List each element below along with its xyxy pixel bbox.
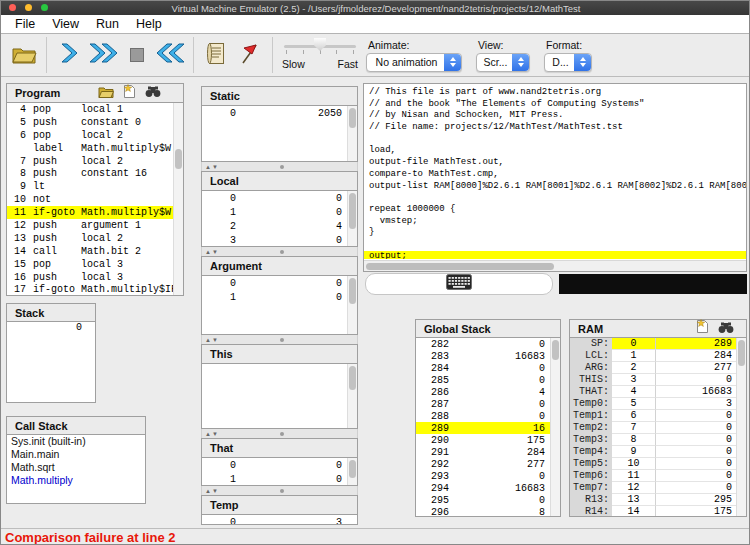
program-row[interactable]: 11 if-goto Math.multiply$W... bbox=[7, 206, 183, 219]
splitter-collapse-icon[interactable]: ▲▼ bbox=[202, 337, 219, 343]
program-row[interactable]: label Math.multiply$W... bbox=[7, 142, 183, 155]
ram-row[interactable]: LCL: 1 284 bbox=[570, 350, 746, 362]
ram-row[interactable]: Temp0: 5 3 bbox=[570, 398, 746, 410]
format-select[interactable]: D... bbox=[544, 53, 592, 72]
ram-row[interactable]: THIS: 3 0 bbox=[570, 374, 746, 386]
call-stack-item[interactable]: Sys.init (built-in) bbox=[7, 435, 145, 448]
ram-row[interactable]: Temp4: 9 0 bbox=[570, 446, 746, 458]
script-line[interactable] bbox=[364, 239, 746, 251]
global-stack-row[interactable]: 285 0 bbox=[416, 374, 560, 386]
program-row[interactable]: 7 push local 2 bbox=[7, 155, 183, 168]
scrollbar-thumb[interactable] bbox=[349, 278, 356, 304]
script-line[interactable]: compare-to MathTest.cmp, bbox=[364, 169, 746, 181]
global-stack-row[interactable]: 284 0 bbox=[416, 362, 560, 374]
script-line[interactable]: // This file is part of www.nand2tetris.… bbox=[364, 87, 746, 99]
call-stack-item[interactable]: Math.sqrt bbox=[7, 461, 145, 474]
ram-row[interactable]: R13: 13 295 bbox=[570, 494, 746, 506]
argument-scrollbar[interactable] bbox=[347, 276, 357, 334]
ram-row-value[interactable]: 3 bbox=[656, 398, 746, 410]
menu-help[interactable]: Help bbox=[136, 17, 162, 31]
single-step-button[interactable] bbox=[52, 38, 86, 72]
ram-row[interactable]: Temp7: 12 0 bbox=[570, 482, 746, 494]
global-stack-row[interactable]: 292 277 bbox=[416, 458, 560, 470]
splitter-collapse-icon[interactable]: ▲▼ bbox=[202, 164, 219, 170]
keyboard-input-field[interactable] bbox=[365, 273, 553, 295]
ram-row-value[interactable]: 0 bbox=[656, 458, 746, 470]
global-stack-row[interactable]: 290 175 bbox=[416, 434, 560, 446]
global-stack-row[interactable]: 289 16 bbox=[416, 422, 560, 434]
program-row[interactable]: 8 push constant 16 bbox=[7, 167, 183, 180]
global-stack-row[interactable]: 295 0 bbox=[416, 494, 560, 506]
script-line[interactable]: repeat 1000000 { bbox=[364, 204, 746, 216]
scrollbar-thumb[interactable] bbox=[366, 263, 554, 270]
program-row[interactable]: 12 push argument 1 bbox=[7, 219, 183, 232]
memory-row[interactable]: 3 0 bbox=[202, 233, 357, 246]
local-scrollbar[interactable] bbox=[347, 191, 357, 246]
global-stack-row[interactable]: 287 0 bbox=[416, 398, 560, 410]
script-line[interactable]: output-list RAM[8000]%D2.6.1 RAM[8001]%D… bbox=[364, 181, 746, 193]
global-stack-row[interactable]: 282 0 bbox=[416, 338, 560, 350]
script-line[interactable]: // File name: projects/12/MathTest/MathT… bbox=[364, 122, 746, 134]
program-row[interactable]: 9 lt bbox=[7, 180, 183, 193]
close-button[interactable] bbox=[9, 4, 16, 11]
script-line[interactable]: output-file MathTest.out, bbox=[364, 157, 746, 169]
scrollbar-thumb[interactable] bbox=[552, 340, 559, 360]
zoom-button[interactable] bbox=[41, 4, 48, 11]
global-stack-scrollbar[interactable] bbox=[550, 338, 560, 516]
memory-row[interactable]: 0 0 bbox=[202, 191, 357, 205]
call-stack-item[interactable]: Math.multiply bbox=[7, 474, 145, 487]
global-stack-row[interactable]: 283 16683 bbox=[416, 350, 560, 362]
ram-scrollbar[interactable] bbox=[736, 338, 746, 516]
program-row[interactable]: 14 call Math.bit 2 bbox=[7, 245, 183, 258]
that-scrollbar[interactable] bbox=[347, 458, 357, 485]
splitter-collapse-icon[interactable]: ▲▼ bbox=[202, 431, 219, 437]
script-button[interactable] bbox=[199, 38, 233, 72]
memory-row[interactable]: 1 0 bbox=[202, 205, 357, 219]
script-hscrollbar[interactable] bbox=[364, 260, 746, 271]
memory-row[interactable]: 0 2050 bbox=[202, 106, 357, 120]
memory-row[interactable]: 0 0 bbox=[202, 276, 357, 290]
global-stack-row[interactable]: 296 8 bbox=[416, 506, 560, 516]
script-line[interactable]: output; bbox=[364, 251, 746, 259]
global-stack-row[interactable]: 294 16683 bbox=[416, 482, 560, 494]
ram-row-value[interactable]: 16683 bbox=[656, 386, 746, 398]
script-line[interactable]: // and the book "The Elements of Computi… bbox=[364, 99, 746, 111]
open-folder-icon[interactable] bbox=[98, 84, 114, 102]
new-document-icon[interactable] bbox=[123, 84, 136, 103]
ram-row[interactable]: ARG: 2 277 bbox=[570, 362, 746, 374]
splitter-collapse-icon[interactable]: ▲▼ bbox=[202, 249, 219, 255]
ram-row-value[interactable]: 284 bbox=[656, 350, 746, 362]
ram-row-value[interactable]: 0 bbox=[656, 446, 746, 458]
script-line[interactable]: vmstep; bbox=[364, 216, 746, 228]
ram-row-value[interactable]: 0 bbox=[656, 434, 746, 446]
ram-row[interactable]: R14: 14 175 bbox=[570, 506, 746, 516]
stop-button[interactable] bbox=[120, 38, 154, 72]
script-line[interactable]: // by Nisan and Schocken, MIT Press. bbox=[364, 110, 746, 122]
splitter-collapse-icon[interactable]: ▲▼ bbox=[202, 488, 219, 494]
ram-row-value[interactable]: 0 bbox=[656, 374, 746, 386]
scrollbar-thumb[interactable] bbox=[175, 149, 182, 169]
global-stack-row[interactable]: 291 284 bbox=[416, 446, 560, 458]
minimize-button[interactable] bbox=[25, 4, 32, 11]
ram-row-value[interactable]: 289 bbox=[656, 338, 746, 350]
ram-row[interactable]: Temp5: 10 0 bbox=[570, 458, 746, 470]
program-row[interactable]: 10 not bbox=[7, 193, 183, 206]
program-row[interactable]: 15 pop local 3 bbox=[7, 258, 183, 271]
ram-row-value[interactable]: 175 bbox=[656, 506, 746, 516]
this-scrollbar[interactable] bbox=[347, 364, 357, 428]
ram-row[interactable]: Temp6: 11 0 bbox=[570, 470, 746, 482]
script-line[interactable]: } bbox=[364, 227, 746, 239]
ram-row-value[interactable]: 0 bbox=[656, 482, 746, 494]
static-scrollbar[interactable] bbox=[347, 106, 357, 161]
panel-splitter[interactable]: ▲▼ bbox=[201, 429, 358, 438]
ram-row-value[interactable]: 295 bbox=[656, 494, 746, 506]
panel-splitter[interactable]: ▲▼ bbox=[201, 247, 358, 256]
panel-splitter[interactable]: ▲▼ bbox=[201, 486, 358, 495]
memory-row[interactable]: 0 0 bbox=[202, 458, 357, 472]
search-binoculars-icon[interactable] bbox=[718, 320, 734, 338]
memory-row[interactable]: 1 0 bbox=[202, 472, 357, 485]
ram-row[interactable]: Temp1: 6 0 bbox=[570, 410, 746, 422]
menu-view[interactable]: View bbox=[52, 17, 79, 31]
script-line[interactable]: load, bbox=[364, 145, 746, 157]
memory-row[interactable]: 2 4 bbox=[202, 219, 357, 233]
